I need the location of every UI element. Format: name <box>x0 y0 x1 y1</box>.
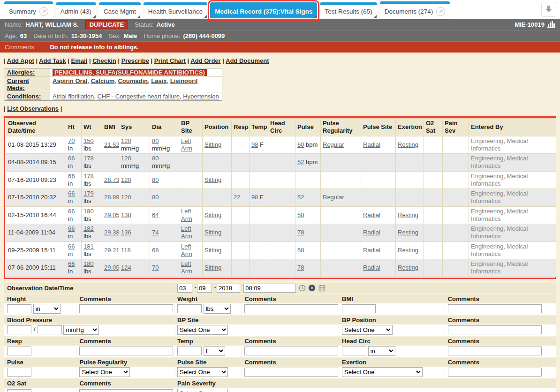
comments-comments-input[interactable] <box>448 347 542 355</box>
comments-comments-input[interactable] <box>448 304 542 313</box>
vital-value-link[interactable]: 60 <box>297 141 304 148</box>
vital-value-link[interactable]: 120 <box>121 137 131 144</box>
allergies-alert-link[interactable]: PENICILLINS, SULFA(SULFONAMIDE ANTIBIOTI… <box>53 69 207 76</box>
blood-pressure-select[interactable]: mmHg <box>63 325 99 335</box>
duplicate-badge[interactable]: DUPLICATE <box>85 20 128 29</box>
vital-value-link[interactable]: 180 <box>83 208 94 215</box>
tab-medical-record-375-vital-signs[interactable]: Medical Record (375):Vital Signs <box>210 2 317 18</box>
tab-admin-43[interactable]: Admin (43) <box>56 2 96 18</box>
download-button[interactable] <box>541 2 556 17</box>
vital-value-link[interactable]: 120 <box>121 176 131 183</box>
vital-value-link[interactable]: Radial <box>363 229 380 236</box>
action-link-add-order[interactable]: Add Order <box>190 57 220 64</box>
vital-value-link[interactable]: 52 <box>297 158 304 166</box>
vital-value-link[interactable]: 64 <box>152 211 159 219</box>
external-link-icon[interactable]: ↗ <box>436 7 445 16</box>
temp-value-input[interactable] <box>177 347 202 355</box>
comments-comments-input[interactable] <box>79 304 173 313</box>
vital-value-link[interactable]: 22 <box>234 194 240 201</box>
height-value-input[interactable] <box>7 304 31 313</box>
calendar-icon[interactable] <box>318 284 325 292</box>
vital-value-link[interactable]: 181 <box>83 243 94 250</box>
vital-value-link[interactable]: Regular <box>323 141 344 148</box>
vital-value-link[interactable]: Sitting <box>204 264 221 271</box>
vital-value-link[interactable]: 29.05 <box>104 211 119 219</box>
vital-value-link[interactable]: 138 <box>121 211 131 219</box>
action-link-add-document[interactable]: Add Document <box>226 57 269 64</box>
vital-value-link[interactable]: 178 <box>83 155 94 162</box>
action-link-add-appt[interactable]: Add Appt <box>7 57 34 64</box>
vital-value-link[interactable]: 118 <box>121 247 131 254</box>
vital-value-link[interactable]: Sitting <box>204 211 221 219</box>
pulse-value-input[interactable] <box>7 368 31 377</box>
vital-value-link[interactable]: 66 <box>68 243 75 250</box>
height-select[interactable]: in <box>33 304 61 314</box>
vital-value-link[interactable]: 70 <box>152 264 159 271</box>
action-link-email[interactable]: Email <box>71 57 88 64</box>
vital-value-link[interactable]: 98 <box>251 194 258 201</box>
med-link-aspirin-oral[interactable]: Aspirin Oral <box>53 77 87 84</box>
vital-value-link[interactable]: Sitting <box>204 229 221 236</box>
condition-link-atrial-fibrillation[interactable]: Atrial fibrillation <box>53 93 94 100</box>
pulse-regularity-select[interactable]: Select One <box>79 367 130 377</box>
comments-comments-input[interactable] <box>244 368 338 377</box>
vital-value-link[interactable]: Radial <box>363 141 380 148</box>
vital-value-link[interactable]: 80 <box>152 194 159 201</box>
vital-value-link[interactable]: Left Arm <box>181 243 192 257</box>
vital-value-link[interactable]: 74 <box>152 229 159 236</box>
vital-value-link[interactable]: 70 <box>68 137 75 144</box>
tab-test-results-65[interactable]: Test Results (65) <box>320 2 377 18</box>
clock-icon[interactable] <box>298 284 306 292</box>
list-observations-link[interactable]: List Observations <box>7 105 59 112</box>
condition-link-chf-congestive-heart-failure[interactable]: CHF - Congestive heart failure <box>97 93 180 100</box>
obs-year-input[interactable] <box>217 284 240 293</box>
vital-value-link[interactable]: 80 <box>152 176 159 183</box>
resp-value-input[interactable] <box>7 347 31 355</box>
pain-severity-select[interactable]: Select One <box>177 389 228 392</box>
comments-comments-input[interactable] <box>244 347 338 355</box>
vital-value-link[interactable]: Radial <box>363 247 380 254</box>
obs-time-input[interactable] <box>243 284 296 293</box>
vital-value-link[interactable]: Resting <box>398 141 418 148</box>
head-circ-value-input[interactable] <box>342 347 366 355</box>
vital-value-link[interactable]: 58 <box>297 247 304 254</box>
bp-site-select[interactable]: Select One <box>177 325 228 335</box>
vital-value-link[interactable]: 120 <box>121 155 131 162</box>
comments-comments-input[interactable] <box>79 389 173 392</box>
vital-value-link[interactable]: 78 <box>297 229 304 236</box>
flowsheet-chart-icon[interactable] <box>547 21 555 28</box>
vital-value-link[interactable]: 78 <box>297 264 304 271</box>
action-link-print-chart[interactable]: Print Chart <box>154 57 186 64</box>
vital-value-link[interactable]: Left Arm <box>181 137 192 152</box>
action-link-checkin[interactable]: Checkin <box>92 57 116 64</box>
vital-value-link[interactable]: 150 <box>83 137 94 144</box>
vital-value-link[interactable]: Resting <box>398 229 418 236</box>
vital-value-link[interactable]: 80 <box>152 155 159 162</box>
action-link-prescribe[interactable]: Prescribe <box>121 57 149 64</box>
vital-value-link[interactable]: Sitting <box>204 247 221 254</box>
comments-comments-input[interactable] <box>448 325 542 334</box>
bp-position-select[interactable]: Select One <box>342 325 393 335</box>
vital-value-link[interactable]: Resting <box>398 264 418 271</box>
tab-summary[interactable]: Summary↗ <box>4 1 53 19</box>
weight-value-input[interactable] <box>177 304 202 313</box>
head-circ-select[interactable]: in <box>368 346 395 356</box>
vital-value-link[interactable]: 182 <box>83 225 94 232</box>
vital-value-link[interactable]: Left Arm <box>181 225 192 240</box>
vital-value-link[interactable]: 66 <box>68 190 75 197</box>
external-link-icon[interactable]: ↗ <box>39 7 48 16</box>
vital-value-link[interactable]: Left Arm <box>181 208 192 222</box>
vital-value-link[interactable]: 66 <box>68 225 75 232</box>
vital-value-link[interactable]: 52 <box>297 194 304 201</box>
med-link-calcium[interactable]: Calcium <box>91 77 115 84</box>
vital-value-link[interactable]: 180 <box>83 260 94 267</box>
clear-icon[interactable]: ✕ <box>308 284 316 292</box>
conditions-label-link[interactable]: Conditions: <box>7 93 41 100</box>
pulse-site-select[interactable]: Select One <box>177 367 228 377</box>
vital-value-link[interactable]: 178 <box>83 173 94 180</box>
obs-month-input[interactable] <box>177 284 192 293</box>
med-link-lisinopril[interactable]: Lisinopril <box>170 77 198 84</box>
vital-value-link[interactable]: 120 <box>121 194 131 201</box>
vital-value-link[interactable]: 66 <box>68 173 75 180</box>
vital-value-link[interactable]: 179 <box>83 190 94 197</box>
